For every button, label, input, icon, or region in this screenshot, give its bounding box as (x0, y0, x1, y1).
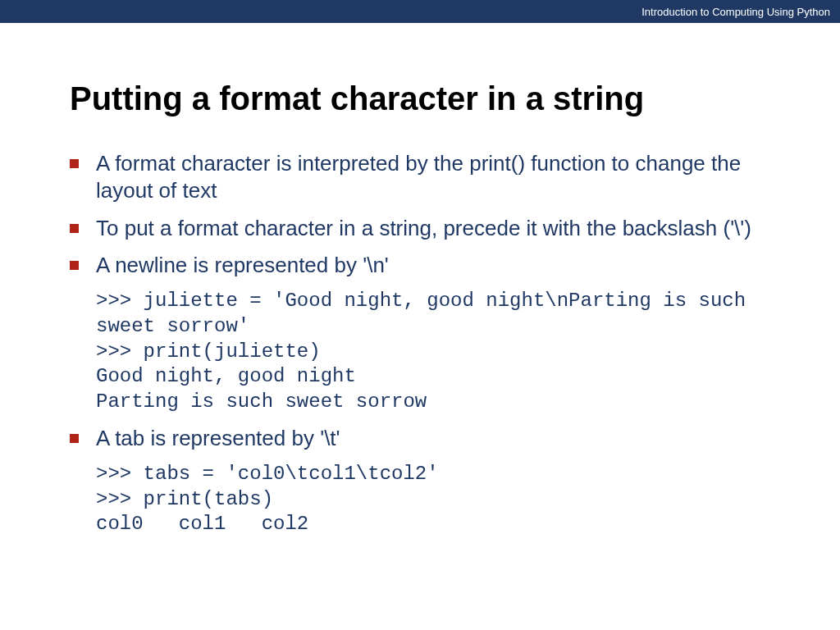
bullet-text: To put a format character in a string, p… (96, 216, 751, 240)
bullet-item: A newline is represented by '\n' (70, 252, 770, 279)
slide-content: Putting a format character in a string A… (0, 23, 840, 537)
bullet-list: A format character is interpreted by the… (70, 150, 770, 279)
bullet-item: A tab is represented by '\t' (70, 425, 770, 452)
bullet-text: A newline is represented by '\n' (96, 253, 389, 277)
bullet-item: A format character is interpreted by the… (70, 150, 770, 205)
course-label: Introduction to Computing Using Python (641, 6, 830, 18)
code-block-tab: >>> tabs = 'col0\tcol1\tcol2' >>> print(… (70, 462, 770, 537)
code-block-newline: >>> juliette = 'Good night, good night\n… (70, 289, 770, 415)
bullet-list: A tab is represented by '\t' (70, 425, 770, 452)
header-bar: Introduction to Computing Using Python (0, 0, 840, 23)
bullet-text: A format character is interpreted by the… (96, 151, 741, 203)
slide-title: Putting a format character in a string (70, 80, 770, 117)
bullet-text: A tab is represented by '\t' (96, 426, 340, 450)
bullet-item: To put a format character in a string, p… (70, 215, 770, 242)
